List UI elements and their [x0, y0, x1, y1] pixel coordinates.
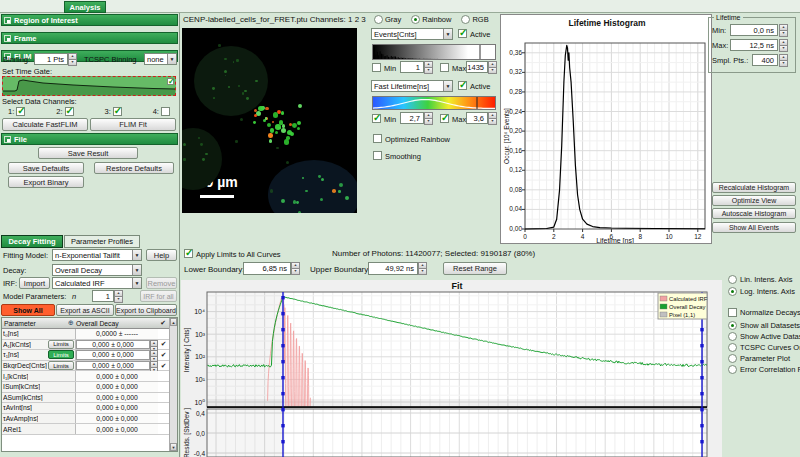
histogram-action-button[interactable]: Autoscale Histogram	[712, 208, 796, 219]
spinner-up-icon[interactable]: ▲	[424, 61, 433, 68]
parameter-check-icon[interactable]: ✔	[158, 340, 169, 350]
spinner-up-icon[interactable]: ▲	[424, 112, 433, 119]
irf-remove-button[interactable]: Remove	[146, 277, 177, 289]
upper-boundary-spinner[interactable]: ▲▼	[418, 262, 427, 275]
color-mode-radio-gray[interactable]	[374, 15, 383, 24]
intensity-min-checkbox[interactable]	[372, 63, 381, 72]
parameter-value[interactable]: 0,000 ± 0,000	[76, 361, 150, 371]
spinner-up-icon[interactable]: ▲	[779, 39, 788, 46]
export-ascii-button[interactable]: Export as ASCII	[56, 304, 114, 316]
chevron-down-icon[interactable]: ▼	[443, 29, 452, 39]
channel-2-checkbox[interactable]	[65, 107, 74, 116]
table-scrollbar[interactable]: ▲ ▼	[169, 318, 177, 451]
help-button[interactable]: Help	[146, 249, 177, 261]
limits-button[interactable]: Limits	[48, 340, 74, 349]
lifetime-histogram-plot[interactable]: 0,000,040,080,120,160,200,240,280,320,36…	[500, 14, 712, 244]
histogram-max-spinner[interactable]: ▲▼	[779, 39, 788, 51]
decay-dropdown[interactable]: Overall Decay▼	[52, 264, 142, 276]
fitting-model-dropdown[interactable]: n-Exponential Tailfit▼	[52, 249, 142, 261]
optimized-rainbow-checkbox[interactable]	[373, 134, 382, 143]
chevron-down-icon[interactable]: ▼	[443, 81, 452, 91]
intensity-min-field[interactable]: 1	[400, 61, 424, 73]
lifetime-max-checkbox[interactable]	[440, 114, 449, 123]
tab-decay-fitting[interactable]: Decay Fitting	[1, 235, 63, 248]
channel-4-checkbox[interactable]	[161, 107, 170, 116]
histogram-smpl-field[interactable]: 400	[752, 54, 778, 66]
parameter-value[interactable]: 0,000 ± 0,000	[76, 340, 150, 350]
tab-analysis[interactable]: Analysis	[64, 1, 106, 13]
spinner-up-icon[interactable]: ▲	[150, 340, 158, 347]
export-clipboard-button[interactable]: Export to Clipboard	[115, 304, 177, 316]
chevron-down-icon[interactable]: ▼	[132, 278, 141, 288]
view-option-5-radio[interactable]	[728, 365, 737, 374]
spinner-up-icon[interactable]: ▲	[779, 54, 788, 61]
histogram-min-field[interactable]: 0,0 ns	[730, 24, 778, 36]
binning-field[interactable]: 1 Pts	[34, 53, 68, 65]
scroll-up-icon[interactable]: ▲	[170, 318, 177, 326]
spinner-down-icon[interactable]: ▼	[779, 31, 788, 37]
time-gate-plot[interactable]	[2, 76, 176, 96]
parameter-spinner[interactable]: ▲▼	[150, 340, 158, 350]
lifetime-scale-dropdown[interactable]: Fast Lifetime[ns]▼	[371, 80, 453, 92]
flim-fit-button[interactable]: FLIM Fit	[90, 118, 176, 131]
histogram-action-button[interactable]: Recalculate Histogram	[712, 182, 796, 193]
section-header-roi[interactable]: Region of Interest	[1, 14, 178, 26]
irf-dropdown[interactable]: Calculated IRF▼	[52, 277, 142, 289]
spinner-down-icon[interactable]: ▼	[424, 119, 433, 125]
lifetime-gradient-bar[interactable]	[372, 96, 496, 110]
parameter-spinner[interactable]: ▲▼	[150, 361, 158, 371]
axis-option-1-radio[interactable]	[728, 275, 737, 284]
intensity-gradient-bar[interactable]	[372, 44, 496, 60]
tcspc-binning-dropdown[interactable]: none▼	[144, 53, 177, 65]
spinner-up-icon[interactable]: ▲	[418, 262, 427, 269]
spinner-down-icon[interactable]: ▼	[779, 46, 788, 52]
spinner-up-icon[interactable]: ▲	[114, 290, 123, 297]
show-all-button[interactable]: Show All	[1, 304, 55, 316]
model-parameters-spinner[interactable]: ▲▼	[114, 290, 123, 302]
histogram-action-button[interactable]: Optimize View	[712, 195, 796, 206]
histogram-min-spinner[interactable]: ▲▼	[779, 24, 788, 36]
lower-boundary-field[interactable]: 6,85 ns	[243, 262, 291, 275]
parameter-check-icon[interactable]: ✔	[158, 361, 169, 371]
spinner-up-icon[interactable]: ▲	[150, 350, 158, 357]
chevron-down-icon[interactable]: ▼	[132, 250, 141, 260]
save-result-button[interactable]: Save Result	[38, 147, 138, 159]
chevron-down-icon[interactable]: ▼	[167, 54, 176, 64]
time-gate-checkbox[interactable]	[167, 78, 174, 85]
irf-import-button[interactable]: Import	[19, 277, 50, 289]
spinner-down-icon[interactable]: ▼	[488, 119, 497, 125]
intensity-min-spinner[interactable]: ▲▼	[424, 61, 433, 73]
intensity-active-checkbox[interactable]	[458, 29, 467, 38]
section-header-frame[interactable]: Frame	[1, 32, 178, 44]
view-option-4-radio[interactable]	[728, 354, 737, 363]
save-defaults-button[interactable]: Save Defaults	[8, 162, 84, 174]
lifetime-min-field[interactable]: 2,7	[400, 112, 424, 124]
lifetime-max-field[interactable]: 3,6	[466, 112, 488, 124]
color-mode-radio-rgb[interactable]	[461, 15, 470, 24]
spinner-down-icon[interactable]: ▼	[68, 60, 77, 66]
spinner-down-icon[interactable]: ▼	[418, 269, 427, 275]
view-option-2-radio[interactable]	[728, 332, 737, 341]
spinner-up-icon[interactable]: ▲	[488, 61, 497, 68]
irf-for-all-button[interactable]: IRF for all	[140, 290, 177, 302]
intensity-scale-dropdown[interactable]: Events[Cnts]▼	[371, 28, 453, 40]
color-mode-radio-rainbow[interactable]	[411, 15, 420, 24]
tab-parameter-profiles[interactable]: Parameter Profiles	[64, 235, 140, 248]
flim-image[interactable]: 100 µm	[182, 28, 357, 213]
limits-button[interactable]: Limits	[48, 361, 74, 370]
spinner-up-icon[interactable]: ▲	[68, 53, 77, 60]
spinner-down-icon[interactable]: ▼	[291, 269, 300, 275]
spinner-up-icon[interactable]: ▲	[150, 361, 158, 368]
histogram-smpl-spinner[interactable]: ▲▼	[779, 54, 788, 66]
parameter-value[interactable]: 0,000 ± 0,000	[76, 350, 150, 360]
view-option-1-radio[interactable]	[728, 321, 737, 330]
spinner-up-icon[interactable]: ▲	[488, 112, 497, 119]
lifetime-min-checkbox[interactable]	[372, 114, 381, 123]
lifetime-max-spinner[interactable]: ▲▼	[488, 112, 497, 124]
axis-option-2-radio[interactable]	[728, 287, 737, 296]
collapse-icon[interactable]	[4, 17, 11, 24]
spinner-up-icon[interactable]: ▲	[779, 24, 788, 31]
histogram-action-button[interactable]: Show All Events	[712, 222, 796, 233]
limits-button[interactable]: Limits	[48, 350, 74, 359]
upper-boundary-field[interactable]: 49,92 ns	[368, 262, 418, 275]
